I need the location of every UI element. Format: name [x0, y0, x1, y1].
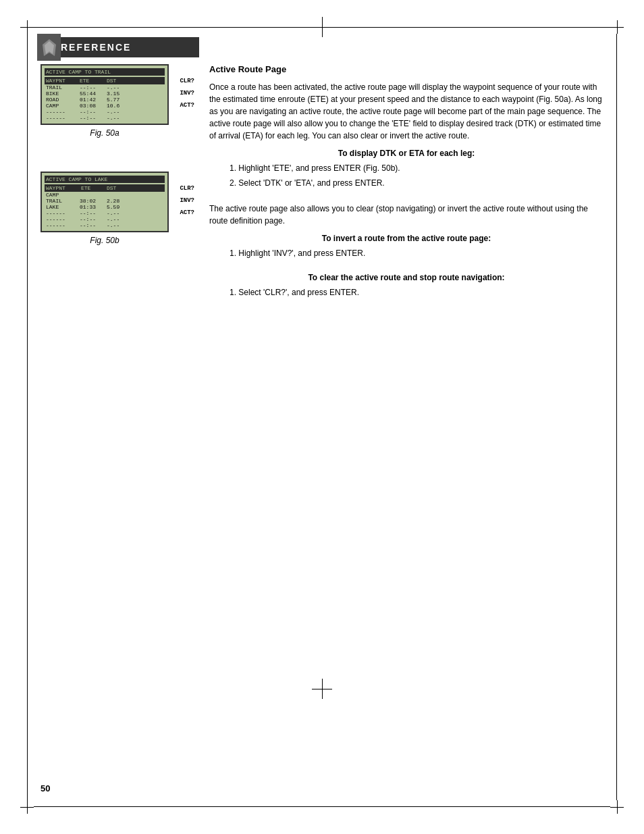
fig-50b-row-2: TRAIL 38:02 2.28 [45, 198, 165, 204]
fig-50a-row-1: TRAIL --:-- -.-- [45, 84, 165, 90]
fig-50b-row-1: CAMP [45, 192, 165, 198]
border-right [616, 34, 617, 800]
fig-50b-sidebar: CLR? INV? ACT? [180, 185, 194, 216]
paragraph-2: The active route page also allows you to… [209, 203, 603, 227]
fig-50b-wrapper: ACTIVE CAMP TO LAKE WAYPNT ETE DST CAMP … [41, 172, 169, 245]
step-1-2: 2. Select 'DTK' or 'ETA', and press ENTE… [230, 177, 603, 189]
fig-50a-wrapper: ACTIVE CAMP TO TRAIL WAYPNT ETE DST TRAI… [41, 64, 169, 138]
subsection-1-title: To display DTK or ETA for each leg: [209, 149, 603, 158]
left-column: ACTIVE CAMP TO TRAIL WAYPNT ETE DST TRAI… [41, 64, 223, 259]
banner-text: REFERENCE [61, 42, 131, 53]
fig-50a-row-2: BIKE 55:44 3.15 [45, 90, 165, 97]
fig-50b-row-6: ------ --:-- -.-- [45, 222, 165, 228]
step-2-1: 1. Highlight 'INV?', and press ENTER. [230, 247, 603, 259]
page-number: 50 [41, 783, 50, 793]
corner-mark-br [610, 800, 624, 814]
subsection-2-title: To invert a route from the active route … [209, 234, 603, 243]
step-1-1: 1. Highlight 'ETE', and press ENTER (Fig… [230, 162, 603, 174]
paragraph-1: Once a route has been activated, the act… [209, 81, 603, 142]
border-bottom [34, 806, 610, 807]
fig-50a-row-3: ROAD 01:42 5.77 [45, 97, 165, 103]
fig-50b-row-3: LAKE 01:33 5.59 [45, 204, 165, 210]
fig-50a-caption: Fig. 50a [41, 128, 169, 138]
banner-icon [37, 34, 61, 61]
fig-50a-row-5: ------ --:-- -.-- [45, 109, 165, 115]
fig-50a-header: ACTIVE CAMP TO TRAIL [45, 68, 165, 76]
fig-50a-sidebar: CLR? INV? ACT? [180, 78, 194, 109]
fig-50a-row-4: CAMP 03:08 10.6 [45, 103, 165, 109]
reference-banner: REFERENCE [37, 37, 199, 57]
fig-50a-col-headers: WAYPNT ETE DST [45, 77, 165, 84]
fig-50a-row-6: ------ --:-- -.-- [45, 115, 165, 121]
corner-mark-tl [20, 20, 34, 34]
right-column: Active Route Page Once a route has been … [209, 64, 603, 301]
corner-mark-tr [610, 20, 624, 34]
fig-50b-row-4: ------ --:-- -.-- [45, 210, 165, 216]
fig-50b-row-5: ------ --:-- -.-- [45, 216, 165, 222]
border-left [27, 34, 28, 800]
fig-50b-header: ACTIVE CAMP TO LAKE [45, 176, 165, 183]
corner-mark-bl [20, 800, 34, 814]
fig-50b-col-headers: WAYPNT ETE DST [45, 184, 165, 192]
subsection-3-title: To clear the active route and stop route… [209, 273, 603, 282]
section-title: Active Route Page [209, 64, 603, 74]
fig-50a-screen: ACTIVE CAMP TO TRAIL WAYPNT ETE DST TRAI… [41, 64, 169, 125]
fig-50b-caption: Fig. 50b [41, 236, 169, 245]
step-3-1: 1. Select 'CLR?', and press ENTER. [230, 286, 603, 298]
border-top [34, 27, 610, 28]
fig-50b-screen: ACTIVE CAMP TO LAKE WAYPNT ETE DST CAMP … [41, 172, 169, 232]
crosshair-bottom [312, 679, 332, 699]
